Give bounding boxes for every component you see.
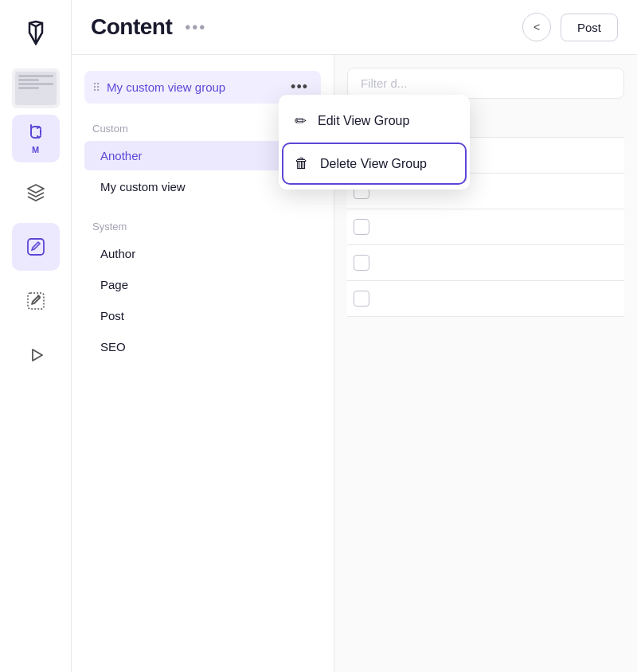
row-checkbox-3[interactable]: [354, 219, 369, 235]
trash-icon: 🗑: [295, 155, 309, 172]
page-title: Content: [91, 14, 172, 40]
header-dots[interactable]: •••: [185, 18, 206, 37]
page-view-item[interactable]: Page: [84, 270, 321, 299]
dropdown-menu: ✏ Edit View Group 🗑 Delete View Group: [279, 95, 470, 189]
edit-icon: ✏: [295, 112, 307, 130]
row-checkbox-5[interactable]: [354, 291, 369, 307]
sidebar-item-edit-active[interactable]: [12, 223, 60, 271]
content-area: ⠿ My custom view group ••• ✏ Edit View G…: [72, 55, 637, 672]
sidebar-item-play[interactable]: [12, 331, 60, 379]
sidebar: M: [0, 0, 72, 672]
system-section-label: System: [84, 214, 321, 237]
seo-view-item[interactable]: SEO: [84, 332, 321, 361]
sidebar-item-layers[interactable]: [12, 169, 60, 217]
view-group-label: My custom view group: [107, 80, 286, 94]
table-row: [347, 245, 624, 281]
sidebar-item-thumbnail[interactable]: [12, 68, 60, 108]
drag-handle-icon: ⠿: [92, 81, 100, 94]
merge-label: M: [32, 145, 39, 154]
sidebar-item-merge[interactable]: M: [12, 115, 60, 162]
row-checkbox-4[interactable]: [354, 255, 369, 271]
edit-view-group-item[interactable]: ✏ Edit View Group: [279, 100, 470, 143]
post-view-item[interactable]: Post: [84, 301, 321, 330]
delete-view-group-item[interactable]: 🗑 Delete View Group: [283, 144, 465, 183]
sidebar-item-edit-outline[interactable]: [12, 277, 60, 325]
filter-placeholder: Filter d...: [361, 76, 407, 90]
author-view-item[interactable]: Author: [84, 239, 321, 268]
header: Content ••• < Post: [72, 0, 637, 55]
table-row: [347, 281, 624, 317]
app-logo[interactable]: [16, 13, 56, 53]
nav-back-button[interactable]: <: [522, 13, 551, 41]
delete-view-group-label: Delete View Group: [320, 157, 427, 171]
table-row: [347, 209, 624, 245]
left-panel: ⠿ My custom view group ••• ✏ Edit View G…: [72, 55, 334, 672]
main-area: Content ••• < Post ⠿ My custom view grou…: [72, 0, 637, 672]
edit-view-group-label: Edit View Group: [318, 114, 409, 128]
post-button[interactable]: Post: [561, 14, 618, 41]
